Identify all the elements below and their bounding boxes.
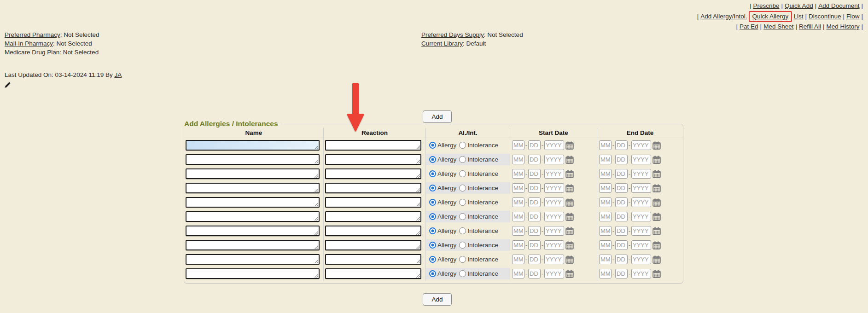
- end-date-calendar-icon[interactable]: [652, 270, 661, 278]
- end-month-input[interactable]: [599, 140, 612, 150]
- end-day-input[interactable]: [615, 255, 628, 264]
- end-year-input[interactable]: [631, 169, 651, 179]
- intolerance-radio-label[interactable]: Intolerance: [467, 170, 498, 177]
- start-month-input[interactable]: [512, 155, 524, 164]
- allergy-radio[interactable]: [429, 256, 436, 263]
- start-month-input[interactable]: [512, 169, 524, 179]
- name-input[interactable]: [186, 140, 320, 151]
- name-input[interactable]: [186, 211, 320, 222]
- end-year-input[interactable]: [631, 269, 651, 278]
- intolerance-radio[interactable]: [459, 270, 466, 277]
- reaction-input[interactable]: [325, 197, 421, 208]
- allergy-radio-label[interactable]: Allergy: [437, 270, 456, 277]
- start-month-input[interactable]: [512, 255, 524, 264]
- reaction-input[interactable]: [325, 183, 421, 193]
- start-date-calendar-icon[interactable]: [565, 156, 574, 164]
- intolerance-radio[interactable]: [459, 227, 466, 234]
- end-day-input[interactable]: [615, 140, 628, 150]
- intolerance-radio-label[interactable]: Intolerance: [467, 242, 498, 249]
- end-month-input[interactable]: [599, 269, 612, 278]
- start-date-calendar-icon[interactable]: [565, 198, 574, 207]
- end-date-calendar-icon[interactable]: [652, 170, 661, 178]
- reaction-input[interactable]: [325, 168, 421, 179]
- start-month-input[interactable]: [512, 269, 524, 278]
- start-month-input[interactable]: [512, 183, 524, 193]
- start-day-input[interactable]: [528, 197, 541, 207]
- start-month-input[interactable]: [512, 197, 524, 207]
- allergy-radio-label[interactable]: Allergy: [437, 185, 456, 191]
- allergy-radio[interactable]: [429, 270, 436, 277]
- end-date-calendar-icon[interactable]: [652, 255, 661, 264]
- end-day-input[interactable]: [615, 240, 628, 250]
- start-date-calendar-icon[interactable]: [565, 241, 574, 249]
- end-year-input[interactable]: [631, 140, 651, 150]
- allergy-radio[interactable]: [429, 156, 436, 163]
- end-day-input[interactable]: [615, 226, 628, 236]
- intolerance-radio[interactable]: [459, 142, 466, 149]
- updated-by-user-link[interactable]: JA: [114, 71, 122, 78]
- start-day-input[interactable]: [528, 169, 541, 179]
- end-month-input[interactable]: [599, 226, 612, 236]
- start-date-calendar-icon[interactable]: [565, 255, 574, 264]
- end-month-input[interactable]: [599, 155, 612, 164]
- intolerance-radio[interactable]: [459, 242, 466, 249]
- start-year-input[interactable]: [544, 255, 564, 264]
- current-library-link[interactable]: Current Library: [421, 40, 463, 47]
- end-date-calendar-icon[interactable]: [652, 184, 661, 192]
- start-day-input[interactable]: [528, 255, 541, 264]
- start-year-input[interactable]: [544, 183, 564, 193]
- nav-link-add-allergy-intol[interactable]: Add Allergy/Intol.: [700, 13, 747, 20]
- mail-in-pharmacy-link[interactable]: Mail-In Pharmacy: [5, 40, 53, 47]
- intolerance-radio[interactable]: [459, 156, 466, 163]
- nav-link-add-document[interactable]: Add Document: [818, 2, 859, 9]
- start-day-input[interactable]: [528, 155, 541, 164]
- end-year-input[interactable]: [631, 197, 651, 207]
- end-day-input[interactable]: [615, 269, 628, 278]
- end-year-input[interactable]: [631, 155, 651, 164]
- nav-link-discontinue[interactable]: Discontinue: [809, 13, 841, 20]
- intolerance-radio[interactable]: [459, 185, 466, 191]
- end-month-input[interactable]: [599, 169, 612, 179]
- start-date-calendar-icon[interactable]: [565, 213, 574, 221]
- intolerance-radio-label[interactable]: Intolerance: [467, 227, 498, 234]
- allergy-radio-label[interactable]: Allergy: [437, 199, 456, 206]
- intolerance-radio-label[interactable]: Intolerance: [467, 142, 498, 149]
- reaction-input[interactable]: [325, 268, 421, 279]
- name-input[interactable]: [186, 197, 320, 208]
- nav-link-flow[interactable]: Flow: [846, 13, 860, 20]
- intolerance-radio-label[interactable]: Intolerance: [467, 256, 498, 263]
- allergy-radio-label[interactable]: Allergy: [437, 142, 456, 149]
- name-input[interactable]: [186, 226, 320, 236]
- end-month-input[interactable]: [599, 197, 612, 207]
- name-input[interactable]: [186, 268, 320, 279]
- start-day-input[interactable]: [528, 226, 541, 236]
- start-year-input[interactable]: [544, 169, 564, 179]
- start-day-input[interactable]: [528, 212, 541, 221]
- end-month-input[interactable]: [599, 212, 612, 221]
- allergy-radio-label[interactable]: Allergy: [437, 242, 456, 249]
- allergy-radio[interactable]: [429, 185, 436, 191]
- end-month-input[interactable]: [599, 255, 612, 264]
- end-day-input[interactable]: [615, 155, 628, 164]
- end-month-input[interactable]: [599, 240, 612, 250]
- reaction-input[interactable]: [325, 254, 421, 265]
- start-date-calendar-icon[interactable]: [565, 170, 574, 178]
- allergy-radio-label[interactable]: Allergy: [437, 227, 456, 234]
- reaction-input[interactable]: [325, 211, 421, 222]
- allergy-radio-label[interactable]: Allergy: [437, 213, 456, 220]
- allergy-radio[interactable]: [429, 213, 436, 220]
- end-day-input[interactable]: [615, 197, 628, 207]
- preferred-pharmacy-link[interactable]: Preferred Pharmacy: [5, 31, 60, 38]
- intolerance-radio-label[interactable]: Intolerance: [467, 213, 498, 220]
- start-month-input[interactable]: [512, 240, 524, 250]
- end-date-calendar-icon[interactable]: [652, 198, 661, 207]
- name-input[interactable]: [186, 240, 320, 250]
- start-year-input[interactable]: [544, 240, 564, 250]
- reaction-input[interactable]: [325, 154, 421, 165]
- preferred-days-supply-link[interactable]: Preferred Days Supply: [421, 31, 484, 38]
- end-date-calendar-icon[interactable]: [652, 227, 661, 235]
- start-date-calendar-icon[interactable]: [565, 270, 574, 278]
- allergy-radio-label[interactable]: Allergy: [437, 256, 456, 263]
- start-year-input[interactable]: [544, 197, 564, 207]
- start-day-input[interactable]: [528, 269, 541, 278]
